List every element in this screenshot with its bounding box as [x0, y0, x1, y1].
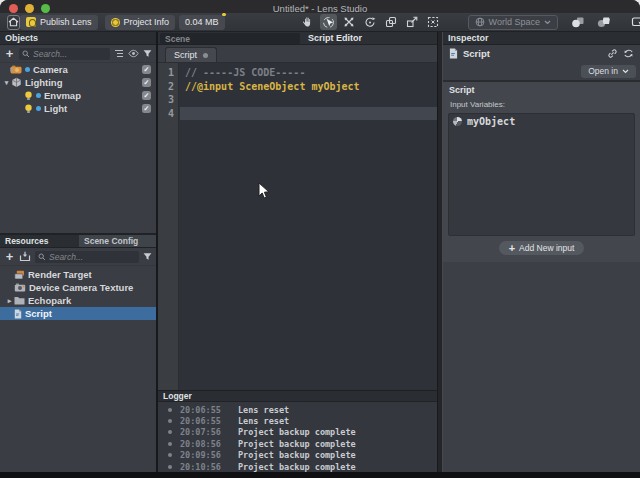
objects-tree-item[interactable]: Camera: [0, 63, 156, 76]
log-timestamp: 20:06:55: [180, 416, 232, 426]
logger-entry: 20:07:56Project backup complete: [158, 427, 437, 438]
add-shape-back-icon[interactable]: [596, 14, 613, 30]
project-info-button[interactable]: Project Info: [105, 15, 176, 30]
select-tool-icon[interactable]: [320, 14, 337, 30]
window-title: Untitled* - Lens Studio: [0, 3, 640, 14]
link-icon[interactable]: [607, 48, 618, 59]
log-message: Project backup complete: [238, 427, 356, 437]
object-label: Light: [44, 103, 67, 114]
publish-lens-label: Publish Lens: [40, 17, 92, 27]
objects-panel-title: Objects: [5, 33, 38, 43]
code-line: 1// -----JS CODE-----: [158, 66, 437, 80]
input-variables-box: myObject: [448, 113, 635, 236]
rotate-tool-icon[interactable]: [362, 14, 379, 30]
expand-chevron-icon[interactable]: ▸: [5, 297, 14, 305]
tab-scene-config-label: Scene Config: [84, 236, 138, 246]
visibility-checkbox[interactable]: [142, 65, 151, 74]
logger-entry: 20:06:55Lens reset: [158, 415, 437, 426]
marquee-select-icon[interactable]: [630, 14, 640, 30]
resource-label: Script: [25, 308, 52, 319]
log-bullet-icon: [168, 419, 172, 423]
log-bullet-icon: [168, 408, 172, 412]
logger-body: 20:06:55Lens reset20:06:55Lens reset20:0…: [158, 402, 437, 472]
line-number: 2: [158, 81, 179, 92]
duplicate-tool-icon[interactable]: [383, 14, 400, 30]
resource-label: Echopark: [28, 295, 71, 306]
tab-script-file[interactable]: Script: [165, 47, 217, 62]
enabled-dot-icon: [25, 67, 30, 72]
resource-item[interactable]: ▸Echopark: [0, 294, 156, 307]
log-timestamp: 20:10:56: [180, 462, 232, 472]
input-variable-row[interactable]: myObject: [449, 114, 634, 128]
object-label: Envmap: [44, 90, 81, 101]
world-space-label: World Space: [489, 17, 540, 27]
code-editor[interactable]: 1// -----JS CODE-----2//@input SceneObje…: [158, 63, 437, 390]
open-in-dropdown[interactable]: Open in: [581, 65, 636, 78]
add-shape-front-icon[interactable]: [570, 14, 587, 30]
resources-search[interactable]: [35, 251, 139, 263]
log-bullet-icon: [168, 430, 172, 434]
objects-tree-item[interactable]: Light: [0, 102, 156, 115]
lighting-group-icon: [11, 77, 22, 88]
objects-search[interactable]: [19, 48, 110, 60]
home-button[interactable]: [7, 15, 20, 30]
resource-item[interactable]: Render Target: [0, 268, 156, 281]
resources-list: Render TargetDevice Camera Texture▸Echop…: [0, 266, 156, 472]
log-message: Project backup complete: [238, 439, 356, 449]
enabled-dot-icon: [36, 106, 41, 111]
logger-entry: 20:10:56Project backup complete: [158, 461, 437, 472]
move-tool-icon[interactable]: [341, 14, 358, 30]
visibility-checkbox[interactable]: [142, 104, 151, 113]
tab-scene-config[interactable]: Scene Config: [78, 235, 156, 247]
add-object-button[interactable]: +: [4, 49, 15, 59]
chevron-down-icon: [622, 69, 629, 74]
resources-search-input[interactable]: [49, 252, 136, 262]
objects-search-input[interactable]: [33, 49, 107, 59]
folder-icon: [14, 296, 25, 305]
import-icon[interactable]: [19, 251, 31, 262]
add-new-input-button[interactable]: + Add New input: [499, 241, 585, 255]
render-target-icon: [14, 270, 25, 280]
editor-header: Scene Script Editor: [158, 32, 437, 45]
tab-scene-view[interactable]: Scene: [160, 33, 300, 44]
light-bulb-icon: [24, 91, 33, 101]
expand-chevron-icon[interactable]: ▾: [2, 79, 11, 87]
project-info-icon: [111, 18, 120, 27]
objects-tree-item[interactable]: Envmap: [0, 89, 156, 102]
objects-tree: Camera▾LightingEnvmapLight: [0, 63, 156, 233]
resource-item[interactable]: Device Camera Texture: [0, 281, 156, 294]
log-message: Lens reset: [238, 405, 289, 415]
refresh-icon[interactable]: [623, 48, 634, 59]
hand-tool-icon[interactable]: [299, 14, 316, 30]
resource-item[interactable]: Script: [0, 307, 156, 320]
transform-tool-icon[interactable]: [404, 14, 421, 30]
center-dock: Scene Script Editor Script 1// -----JS C…: [158, 32, 437, 472]
tab-scene-view-label: Scene: [165, 34, 190, 44]
add-resource-button[interactable]: +: [4, 252, 15, 262]
script-component-section: Script Input Variables: myObject + Add N…: [443, 82, 640, 262]
plus-icon: +: [509, 243, 515, 253]
filter-icon[interactable]: [143, 252, 152, 261]
code-text: //@input SceneObject myObject: [179, 81, 360, 92]
filter-icon[interactable]: [143, 49, 152, 58]
log-bullet-icon: [168, 442, 172, 446]
lens-studio-window: Untitled* - Lens Studio Publish Lens Pro…: [0, 0, 640, 478]
tab-script-editor[interactable]: Script Editor: [308, 33, 362, 43]
tree-view-icon[interactable]: [114, 49, 124, 58]
publish-lens-button[interactable]: Publish Lens: [20, 15, 98, 30]
notification-dot: [222, 13, 226, 17]
log-timestamp: 20:09:56: [180, 450, 232, 460]
tab-resources[interactable]: Resources: [0, 235, 78, 247]
visibility-checkbox[interactable]: [142, 91, 151, 100]
eye-icon[interactable]: [128, 49, 139, 58]
visibility-checkbox[interactable]: [142, 78, 151, 87]
world-space-dropdown[interactable]: World Space: [468, 15, 558, 30]
search-icon: [22, 50, 30, 58]
objects-tree-item[interactable]: ▾Lighting: [0, 76, 156, 89]
left-dock: Objects +: [0, 32, 158, 472]
project-size-badge[interactable]: 0.04 MB: [179, 15, 225, 30]
globe-icon: [475, 17, 485, 27]
logger-entry: 20:09:56Project backup complete: [158, 450, 437, 461]
snapchat-ghost-icon: [26, 17, 36, 27]
bounds-tool-icon[interactable]: [425, 14, 442, 30]
